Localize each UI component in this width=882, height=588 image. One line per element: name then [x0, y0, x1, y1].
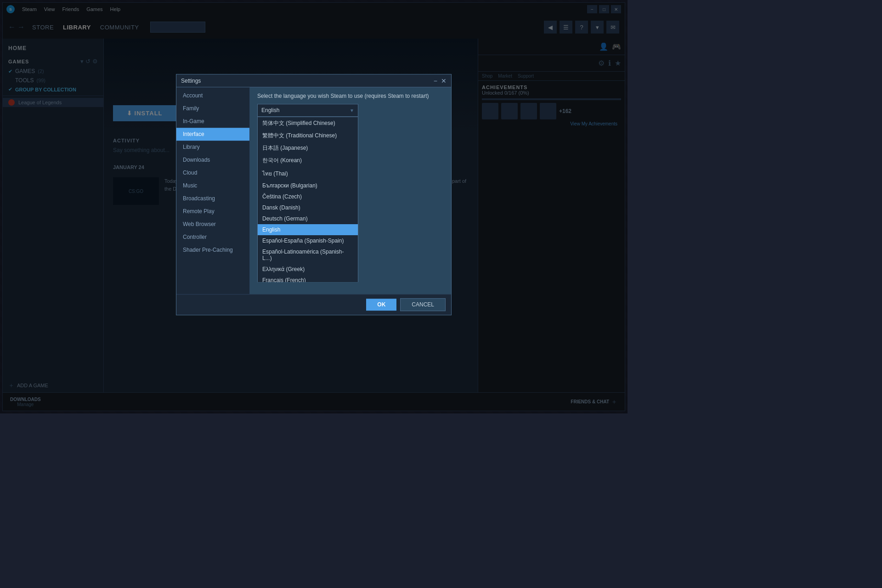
lang-option-ko[interactable]: 한국어 (Korean): [258, 154, 358, 167]
settings-item-music[interactable]: Music: [176, 179, 249, 192]
settings-item-cloud[interactable]: Cloud: [176, 166, 249, 179]
lang-option-bg[interactable]: Български (Bulgarian): [258, 180, 358, 191]
lang-option-en[interactable]: English: [258, 224, 358, 235]
lang-option-cs[interactable]: Čeština (Czech): [258, 191, 358, 202]
lang-option-fr[interactable]: Français (French): [258, 275, 358, 282]
dialog-titlebar: Settings − ✕: [176, 74, 451, 87]
selected-language-label: English: [261, 107, 279, 113]
dialog-footer: OK CANCEL: [176, 294, 451, 315]
lang-option-el[interactable]: Ελληνικά (Greek): [258, 264, 358, 275]
ok-button[interactable]: OK: [366, 299, 396, 311]
settings-dialog: Settings − ✕ Account Family In-Game Inte…: [176, 74, 452, 315]
lang-option-zh-cn[interactable]: 简体中文 (Simplified Chinese): [258, 117, 358, 130]
settings-content: Select the language you wish Steam to us…: [250, 87, 451, 294]
language-prompt: Select the language you wish Steam to us…: [257, 93, 444, 99]
language-dropdown-container: English ▼ 简体中文 (Simplified Chinese) 繁體中文…: [257, 104, 444, 117]
lang-option-es-419[interactable]: Español-Latinoamérica (Spanish-L...): [258, 246, 358, 264]
lang-option-es[interactable]: Español-España (Spanish-Spain): [258, 235, 358, 246]
cancel-button[interactable]: CANCEL: [400, 298, 446, 311]
lang-option-ja[interactable]: 日本語 (Japanese): [258, 142, 358, 154]
settings-item-account[interactable]: Account: [176, 89, 249, 102]
lang-option-th[interactable]: ไทย (Thai): [258, 167, 358, 180]
settings-sidebar: Account Family In-Game Interface Library…: [176, 87, 250, 294]
dropdown-arrow-icon: ▼: [350, 108, 354, 113]
dialog-close-button[interactable]: ✕: [441, 77, 447, 85]
language-list[interactable]: 简体中文 (Simplified Chinese) 繁體中文 (Traditio…: [257, 117, 358, 282]
settings-item-family[interactable]: Family: [176, 102, 249, 115]
settings-item-webbrowser[interactable]: Web Browser: [176, 218, 249, 231]
settings-item-controller[interactable]: Controller: [176, 231, 249, 243]
dialog-title: Settings: [181, 78, 201, 84]
settings-item-interface[interactable]: Interface: [176, 128, 249, 141]
lang-option-zh-tw[interactable]: 繁體中文 (Traditional Chinese): [258, 130, 358, 142]
language-dropdown-button[interactable]: English ▼: [257, 104, 358, 117]
dialog-body: Account Family In-Game Interface Library…: [176, 87, 451, 294]
settings-item-downloads[interactable]: Downloads: [176, 153, 249, 166]
settings-item-ingame[interactable]: In-Game: [176, 115, 249, 128]
settings-item-remoteplay[interactable]: Remote Play: [176, 205, 249, 218]
lang-option-da[interactable]: Dansk (Danish): [258, 202, 358, 213]
settings-item-library[interactable]: Library: [176, 141, 249, 153]
settings-item-shader[interactable]: Shader Pre-Caching: [176, 243, 249, 256]
settings-item-broadcasting[interactable]: Broadcasting: [176, 192, 249, 205]
dialog-minimize-button[interactable]: −: [434, 77, 437, 85]
lang-option-de[interactable]: Deutsch (German): [258, 213, 358, 224]
